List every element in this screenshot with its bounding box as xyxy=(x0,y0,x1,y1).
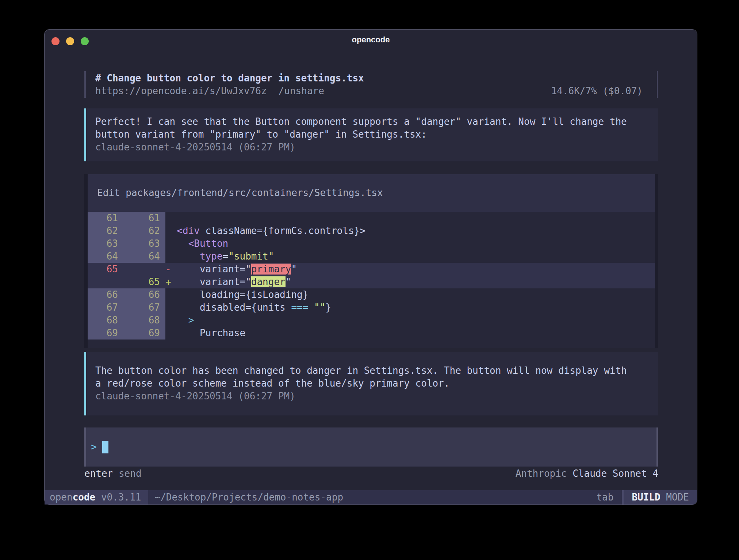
app-name-suffix: code xyxy=(73,492,96,503)
minimize-window-button[interactable] xyxy=(66,37,74,45)
diff-row-65: 65- variant="primary" xyxy=(88,263,655,276)
diff-row-69: 6969 Purchase xyxy=(88,327,655,340)
diff-row-64: 6464 type="submit" xyxy=(88,250,655,263)
diff-row-62: 6262 <div className={formCs.controls}> xyxy=(88,225,655,237)
message-text: The button color has been changed to dan… xyxy=(95,364,649,377)
prompt-input[interactable]: > xyxy=(84,427,658,467)
diff-row-63: 6363 <Button xyxy=(88,237,655,250)
prompt-symbol: > xyxy=(91,441,102,453)
status-bar: opencode v0.3.11 ~/Desktop/Projects/demo… xyxy=(45,490,697,505)
traffic-lights xyxy=(51,37,89,45)
diff-row-66: 6666 loading={isLoading} xyxy=(88,288,655,301)
message-model-meta: claude-sonnet-4-20250514 (06:27 PM) xyxy=(95,390,649,403)
message-text: Perfect! I can see that the Button compo… xyxy=(95,115,649,128)
edit-tool-block: Edit packages/frontend/src/containers/Se… xyxy=(84,174,658,348)
mode-suffix: MODE xyxy=(660,492,689,503)
diff-footer-pad xyxy=(88,340,655,348)
provider-label: Anthropic xyxy=(516,468,567,479)
tab-key-hint[interactable]: tab xyxy=(596,491,613,504)
titlebar: opencode xyxy=(45,30,697,50)
message-text: button variant from "primary" to "danger… xyxy=(95,128,649,141)
diff-row-67: 6767 disabled={units === ""} xyxy=(88,301,655,314)
window-title: opencode xyxy=(45,30,697,50)
text-cursor xyxy=(102,441,108,453)
app-name-prefix: open xyxy=(50,492,73,503)
zoom-window-button[interactable] xyxy=(81,37,89,45)
mode-indicator: BUILD MODE xyxy=(624,490,697,505)
mode-name: BUILD xyxy=(632,492,660,503)
model-label: Claude Sonnet 4 xyxy=(573,468,658,479)
hint-row: enter send Anthropic Claude Sonnet 4 xyxy=(84,467,658,480)
session-title: # Change button color to danger in setti… xyxy=(95,72,364,85)
message-model-meta: claude-sonnet-4-20250514 (06:27 PM) xyxy=(95,141,649,154)
session-header: # Change button color to danger in setti… xyxy=(84,71,658,98)
app-version: v0.3.11 xyxy=(101,492,141,503)
assistant-message-1: Perfect! I can see that the Button compo… xyxy=(84,108,658,161)
unshare-command: /unshare xyxy=(279,85,324,97)
diff-row-65: 65+ variant="danger" xyxy=(88,276,655,288)
diff-row-68: 6868 > xyxy=(88,314,655,327)
message-text: a red/rose color scheme instead of the b… xyxy=(95,377,649,390)
enter-key-hint: enter xyxy=(84,468,113,479)
close-window-button[interactable] xyxy=(51,37,60,45)
enter-action-hint: send xyxy=(119,468,142,479)
edit-tool-title: Edit packages/frontend/src/containers/Se… xyxy=(88,174,655,212)
assistant-message-2: The button color has been changed to dan… xyxy=(84,352,658,415)
diff-rows: 61616262 <div className={formCs.controls… xyxy=(88,212,655,340)
diff-row-61: 6161 xyxy=(88,212,655,225)
context-stats: 14.6K/7% ($0.07) xyxy=(551,85,643,97)
app-version-segment: opencode v0.3.11 xyxy=(45,490,148,505)
working-directory: ~/Desktop/Projects/demo-notes-app xyxy=(154,491,343,504)
opencode-window: opencode # Change button color to danger… xyxy=(44,29,697,505)
share-url[interactable]: https://opencode.ai/s/UwJxv76z xyxy=(95,85,267,97)
